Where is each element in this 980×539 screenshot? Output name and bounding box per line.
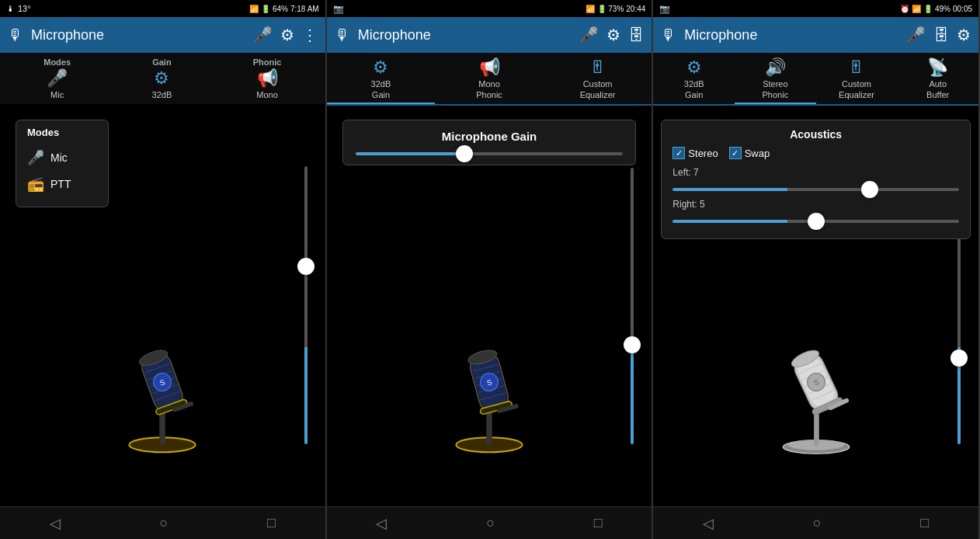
gain-icon-2: ⚙ <box>373 57 388 78</box>
vert-slider-input-1[interactable] <box>304 166 308 444</box>
toolbar-gain-3[interactable]: ⚙ 32dB Gain <box>653 53 735 104</box>
status-left-1: 🌡 13° <box>6 4 31 13</box>
mic-header-icon-2[interactable]: 🎤 <box>579 26 599 44</box>
right-slider[interactable] <box>672 220 959 223</box>
temp-value: 13° <box>18 4 31 13</box>
settings-icon-2[interactable]: ⚙ <box>606 26 620 44</box>
mode-item-gain[interactable]: Gain ⚙ 32dB <box>152 57 172 99</box>
toolbar-eq-2[interactable]: 🎚 Custom Equalizer <box>544 53 652 104</box>
modes-bar-1: Modes 🎤 Mic Gain ⚙ 32dB Phonic 📢 Mono <box>0 53 325 104</box>
status-right-2: 📶 🔋 73% 20:44 <box>586 5 646 13</box>
nav-back-3[interactable]: ◁ <box>690 510 726 537</box>
swap-check[interactable]: ✓ Swap <box>729 147 770 159</box>
time-3: 00:05 <box>953 5 972 13</box>
settings-icon-1[interactable]: ⚙ <box>280 26 294 44</box>
app-mic-icon-2: 🎙 <box>335 26 350 44</box>
more-icon-1[interactable]: ⋮ <box>302 26 318 44</box>
battery-1: 🔋 64% <box>261 5 288 13</box>
stereo-check[interactable]: ✓ Stereo <box>672 147 718 159</box>
toolbar-buffer-3[interactable]: 📡 Auto Buffer <box>897 53 978 104</box>
db-icon-2[interactable]: 🗄 <box>628 26 644 44</box>
nav-home-2[interactable]: ○ <box>474 510 507 536</box>
ptt-mode-label: PTT <box>50 178 71 190</box>
mic-visual-1: S <box>100 304 224 460</box>
left-slider-row: Left: 7 <box>672 167 959 194</box>
swap-checkbox[interactable]: ✓ <box>729 147 742 159</box>
nav-home-1[interactable]: ○ <box>147 510 180 536</box>
signal-bars-3: 📶 <box>912 5 921 13</box>
mic-header-icon-3[interactable]: 🎤 <box>906 26 926 44</box>
mic-header-icon-1[interactable]: 🎤 <box>253 26 273 44</box>
signal-bars-2: 📶 <box>586 5 595 13</box>
left-slider[interactable] <box>672 188 959 191</box>
nav-recent-2[interactable]: □ <box>582 510 615 536</box>
nav-recent-3[interactable]: □ <box>908 510 941 536</box>
phonic-icon-2: 📢 <box>479 57 500 78</box>
toolbar-eq-3[interactable]: 🎚 Custom Equalizer <box>816 53 898 104</box>
app-mic-icon-1: 🎙 <box>8 26 23 44</box>
stereo-checkbox[interactable]: ✓ <box>672 147 685 159</box>
gain-slider[interactable] <box>356 152 624 155</box>
vert-slider-input-2[interactable] <box>631 168 634 444</box>
time-2: 20:44 <box>626 5 645 13</box>
eq-sublabel-3: Equalizer <box>839 90 874 99</box>
phonic-label-3: Stereo <box>763 79 787 89</box>
app-header-1: 🎙 Microphone 🎤 ⚙ ⋮ <box>0 17 325 53</box>
nav-recent-1[interactable]: □ <box>255 510 288 536</box>
status-left-2: 📷 <box>333 4 344 14</box>
modes-dropdown-1: Modes 🎤 Mic 📻 PTT <box>16 120 109 207</box>
mode-ptt[interactable]: 📻 PTT <box>27 171 97 197</box>
vert-slider-2[interactable] <box>624 168 641 444</box>
nav-back-1[interactable]: ◁ <box>37 510 73 537</box>
toolbar-phonic-2[interactable]: 📢 Mono Phonic <box>435 53 544 104</box>
app-title-1: Microphone <box>31 27 245 43</box>
status-bar-3: 📷 ⏰ 📶 🔋 49% 00:05 <box>653 0 978 17</box>
mode-item-modes[interactable]: Modes 🎤 Mic <box>43 57 71 99</box>
phonic-label-2: Mono <box>478 79 500 89</box>
battery-2: 🔋 73% <box>597 5 624 13</box>
toolbar-2: ⚙ 32dB Gain 📢 Mono Phonic 🎚 Custom Equal… <box>327 53 652 106</box>
eq-label-3: Custom <box>842 79 871 89</box>
phonic-sublabel-3: Phonic <box>763 90 789 99</box>
mode-mic[interactable]: 🎤 Mic <box>27 144 97 171</box>
status-left-3: 📷 <box>659 4 670 14</box>
gain-panel-title: Microphone Gain <box>356 130 624 143</box>
status-bar-2: 📷 📶 🔋 73% 20:44 <box>327 0 652 17</box>
status-right-3: ⏰ 📶 🔋 49% 00:05 <box>900 5 972 13</box>
temp-icon: 🌡 <box>6 4 15 13</box>
mic-svg-3: S <box>762 308 871 456</box>
acoustics-checks: ✓ Stereo ✓ Swap <box>672 147 959 159</box>
gain-label-2: 32dB <box>371 79 391 89</box>
time-1: 7:18 AM <box>290 5 319 13</box>
nav-bar-1: ◁ ○ □ <box>0 506 325 539</box>
vert-slider-1[interactable] <box>297 166 315 444</box>
toolbar-gain-2[interactable]: ⚙ 32dB Gain <box>327 53 436 104</box>
db-icon-3[interactable]: 🗄 <box>933 26 949 44</box>
mic-svg-1: S <box>108 308 217 456</box>
toolbar-phonic-3[interactable]: 🔊 Stereo Phonic <box>735 53 816 104</box>
gain-slider-container <box>356 152 624 155</box>
phonic-icon-3: 🔊 <box>765 57 786 78</box>
main-content-3: Acoustics ✓ Stereo ✓ Swap Left: 7 Right:… <box>653 106 978 506</box>
panel-3: 📷 ⏰ 📶 🔋 49% 00:05 🎙 Microphone 🎤 🗄 ⚙ ⚙ 3… <box>653 0 980 539</box>
main-content-2: Microphone Gain S <box>327 106 652 506</box>
settings-icon-3[interactable]: ⚙ <box>957 26 971 44</box>
gain-panel-2: Microphone Gain <box>342 120 637 165</box>
mic-visual-3: S <box>754 304 878 460</box>
mic-svg-2: S <box>435 308 544 456</box>
mic-visual-2: S <box>427 304 551 460</box>
mode-item-phonic[interactable]: Phonic 📢 Mono <box>253 57 282 99</box>
gain-sublabel-3: Gain <box>685 90 703 99</box>
panel-1: 🌡 13° 📶 🔋 64% 7:18 AM 🎙 Microphone 🎤 ⚙ ⋮… <box>0 0 327 539</box>
dropdown-title: Modes <box>27 127 97 138</box>
eq-sublabel-2: Equalizer <box>580 90 616 99</box>
app-mic-icon-3: 🎙 <box>661 26 676 44</box>
nav-home-3[interactable]: ○ <box>801 510 834 536</box>
svg-rect-1 <box>160 412 166 445</box>
nav-bar-2: ◁ ○ □ <box>327 506 652 539</box>
ptt-mode-icon: 📻 <box>27 176 44 193</box>
cam-icon-3: 📷 <box>659 4 670 14</box>
svg-rect-15 <box>486 412 492 445</box>
panel-2: 📷 📶 🔋 73% 20:44 🎙 Microphone 🎤 ⚙ 🗄 ⚙ 32d… <box>327 0 654 539</box>
nav-back-2[interactable]: ◁ <box>363 510 399 537</box>
